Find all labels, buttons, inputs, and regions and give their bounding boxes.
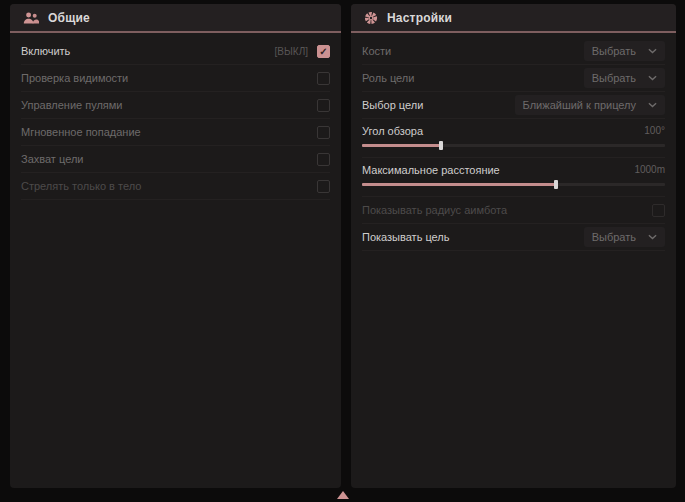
row-label: Угол обзора bbox=[362, 125, 423, 137]
chevron-down-icon bbox=[648, 102, 657, 108]
row-label: Включить bbox=[21, 45, 70, 57]
row-label: Кости bbox=[362, 45, 391, 57]
row-instant-hit[interactable]: Мгновенное попадание ✓ bbox=[21, 119, 330, 146]
slider-thumb[interactable] bbox=[554, 180, 558, 189]
row-target-select: Выбор цели Ближайший к прицелу bbox=[362, 92, 665, 119]
target-lock-checkbox[interactable]: ✓ bbox=[317, 153, 330, 166]
max-distance-slider[interactable] bbox=[362, 180, 665, 189]
row-target-role: Роль цели Выбрать bbox=[362, 65, 665, 92]
slider-fill bbox=[362, 144, 441, 147]
row-show-target: Показывать цель Выбрать bbox=[362, 224, 665, 251]
dropdown-value: Ближайший к прицелу bbox=[523, 99, 636, 111]
row-label: Выбор цели bbox=[362, 99, 423, 111]
row-bullet-control[interactable]: Управление пулями ✓ bbox=[21, 92, 330, 119]
panel-settings-title: Настройки bbox=[387, 11, 452, 25]
row-label: Мгновенное попадание bbox=[21, 126, 141, 138]
row-label: Захват цели bbox=[21, 153, 83, 165]
hotkey-badge: [ВЫКЛ] bbox=[275, 46, 308, 57]
gear-icon bbox=[364, 11, 378, 25]
row-max-distance: Максимальное расстояние 1000m bbox=[362, 158, 665, 197]
bullet-control-checkbox[interactable]: ✓ bbox=[317, 99, 330, 112]
show-target-dropdown[interactable]: Выбрать bbox=[584, 227, 665, 247]
panel-general-title: Общие bbox=[48, 11, 90, 25]
general-rows: Включить [ВЫКЛ] ✓ Проверка видимости ✓ У… bbox=[10, 33, 341, 200]
row-enable[interactable]: Включить [ВЫКЛ] ✓ bbox=[21, 38, 330, 65]
row-bones: Кости Выбрать bbox=[362, 38, 665, 65]
settings-rows: Кости Выбрать Роль цели Выбрать bbox=[351, 33, 676, 251]
row-label: Проверка видимости bbox=[21, 72, 128, 84]
row-label: Показывать радиус аимбота bbox=[362, 204, 507, 216]
chevron-down-icon bbox=[648, 48, 657, 54]
row-label: Показывать цель bbox=[362, 231, 450, 243]
target-role-dropdown[interactable]: Выбрать bbox=[584, 68, 665, 88]
fov-slider[interactable] bbox=[362, 141, 665, 150]
row-label: Максимальное расстояние bbox=[362, 164, 500, 176]
bones-dropdown[interactable]: Выбрать bbox=[584, 41, 665, 61]
panel-general-header: Общие bbox=[10, 4, 341, 31]
dropdown-value: Выбрать bbox=[592, 231, 636, 243]
chevron-up-icon[interactable] bbox=[337, 491, 349, 499]
chevron-down-icon bbox=[648, 234, 657, 240]
row-target-lock[interactable]: Захват цели ✓ bbox=[21, 146, 330, 173]
check-icon: ✓ bbox=[319, 46, 327, 57]
users-icon bbox=[23, 11, 39, 25]
dropdown-value: Выбрать bbox=[592, 45, 636, 57]
instant-hit-checkbox[interactable]: ✓ bbox=[317, 126, 330, 139]
row-show-aimbot-radius: Показывать радиус аимбота ✓ bbox=[362, 197, 665, 224]
row-body-only[interactable]: Стрелять только в тело ✓ bbox=[21, 173, 330, 200]
enable-checkbox[interactable]: ✓ bbox=[317, 45, 330, 58]
panel-settings-header: Настройки bbox=[351, 4, 676, 31]
row-fov: Угол обзора 100° bbox=[362, 119, 665, 158]
aimbot-radius-checkbox: ✓ bbox=[652, 204, 665, 217]
panel-general: Общие Включить [ВЫКЛ] ✓ Проверка видимос… bbox=[10, 4, 341, 488]
row-label: Управление пулями bbox=[21, 99, 123, 111]
slider-fill bbox=[362, 183, 556, 186]
cheat-menu: Общие Включить [ВЫКЛ] ✓ Проверка видимос… bbox=[0, 0, 685, 502]
slider-value: 100° bbox=[644, 125, 665, 136]
dropdown-value: Выбрать bbox=[592, 72, 636, 84]
target-select-dropdown[interactable]: Ближайший к прицелу bbox=[515, 95, 665, 115]
slider-value: 1000m bbox=[634, 164, 665, 175]
panel-settings: Настройки Кости Выбрать Роль цели Выбрат… bbox=[351, 4, 676, 488]
visibility-checkbox[interactable]: ✓ bbox=[317, 72, 330, 85]
slider-thumb[interactable] bbox=[439, 141, 443, 150]
chevron-down-icon bbox=[648, 75, 657, 81]
row-label: Стрелять только в тело bbox=[21, 180, 141, 192]
body-only-checkbox[interactable]: ✓ bbox=[317, 180, 330, 193]
row-visibility-check[interactable]: Проверка видимости ✓ bbox=[21, 65, 330, 92]
row-label: Роль цели bbox=[362, 72, 414, 84]
